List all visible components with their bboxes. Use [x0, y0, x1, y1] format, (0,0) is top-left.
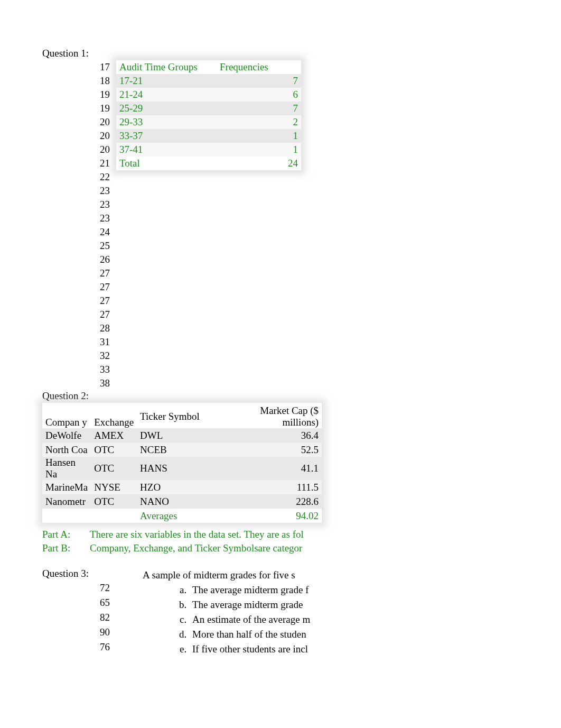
- list-item: 18: [42, 74, 110, 88]
- table-row: 21-246: [116, 88, 301, 102]
- list-item: 26: [42, 253, 110, 266]
- list-item: 27: [42, 294, 110, 308]
- list-item: 17: [42, 60, 110, 74]
- list-item: 19: [42, 102, 110, 115]
- list-item: 20: [42, 143, 110, 156]
- list-item: 20: [42, 129, 110, 143]
- list-item: 23: [42, 211, 110, 225]
- table-row: 29-332: [116, 115, 301, 129]
- list-item: An estimate of the average m: [189, 612, 310, 627]
- list-item: 27: [42, 266, 110, 280]
- table-row: DeWolfeAMEXDWL36.4: [42, 428, 322, 443]
- freq-header-frequencies: Frequencies: [217, 60, 301, 74]
- list-item: 65: [42, 595, 110, 610]
- list-item: If five other students are incl: [189, 642, 310, 657]
- question-2-label: Question 2:: [42, 390, 561, 402]
- q2-answers: Part A: There are six variables in the d…: [42, 528, 561, 555]
- table-row: North CoaOTCNCEB52.5: [42, 443, 322, 457]
- table-row: NanometrOTCNANO228.6: [42, 494, 322, 509]
- part-b-text: Company, Exchange, and Ticker Symbolsare…: [90, 541, 302, 555]
- table-row: Hansen NaOTCHANS41.1: [42, 457, 322, 480]
- question-1-block: 17 18 19 19 20 20 20 21 22 23 23 23 24 2…: [42, 60, 561, 390]
- list-item: 22: [42, 170, 110, 184]
- q3-text-block: A sample of midterm grades for five s Th…: [143, 568, 310, 657]
- list-item: 32: [42, 349, 110, 363]
- list-item: The average midterm grade: [189, 597, 310, 612]
- question-3-block: Question 3: 72 65 82 90 76 A sample of m…: [42, 568, 561, 655]
- list-item: 27: [42, 308, 110, 321]
- q1-number-list: 17 18 19 19 20 20 20 21 22 23 23 23 24 2…: [42, 60, 110, 390]
- col-mcap: Market Cap ($ millions): [237, 405, 322, 428]
- list-item: 33: [42, 363, 110, 376]
- list-item: 25: [42, 239, 110, 253]
- list-item: 20: [42, 115, 110, 129]
- part-b: Part B: Company, Exchange, and Ticker Sy…: [42, 541, 561, 555]
- company-table: Compan y Exchange Ticker Symbol Market C…: [42, 405, 322, 523]
- col-company: Compan y: [42, 405, 91, 428]
- part-b-label: Part B:: [42, 541, 90, 555]
- list-item: 38: [42, 376, 110, 390]
- list-item: 24: [42, 225, 110, 239]
- frequency-table: Audit Time Groups Frequencies 17-217 21-…: [116, 60, 301, 170]
- part-a-text: There are six variables in the data set.…: [90, 528, 304, 541]
- question-1-label: Question 1:: [42, 48, 561, 59]
- part-a: Part A: There are six variables in the d…: [42, 528, 561, 541]
- table-row-total: Total24: [116, 156, 301, 170]
- table-row: 25-297: [116, 102, 301, 115]
- q3-options: The average midterm grade f The average …: [143, 583, 310, 657]
- list-item: 28: [42, 321, 110, 335]
- list-item: 82: [42, 610, 110, 625]
- part-a-label: Part A:: [42, 528, 90, 541]
- list-item: 31: [42, 335, 110, 349]
- table-row: MarineMaNYSEHZO111.5: [42, 480, 322, 494]
- q3-number-list: 72 65 82 90 76: [42, 580, 110, 655]
- list-item: 23: [42, 184, 110, 198]
- list-item: More than half of the studen: [189, 627, 310, 642]
- list-item: 27: [42, 280, 110, 294]
- col-ticker: Ticker Symbol: [137, 405, 237, 428]
- freq-header-groups: Audit Time Groups: [116, 60, 217, 74]
- list-item: 76: [42, 640, 110, 655]
- list-item: 72: [42, 580, 110, 595]
- list-item: 19: [42, 88, 110, 102]
- list-item: 21: [42, 156, 110, 170]
- col-exchange: Exchange: [91, 405, 137, 428]
- table-row: 33-371: [116, 129, 301, 143]
- table-row: 17-217: [116, 74, 301, 88]
- list-item: 90: [42, 625, 110, 640]
- table-row-averages: Averages94.02: [42, 509, 322, 523]
- q3-intro: A sample of midterm grades for five s: [143, 568, 310, 583]
- list-item: 23: [42, 198, 110, 211]
- table-row: 37-411: [116, 143, 301, 156]
- list-item: The average midterm grade f: [189, 583, 310, 597]
